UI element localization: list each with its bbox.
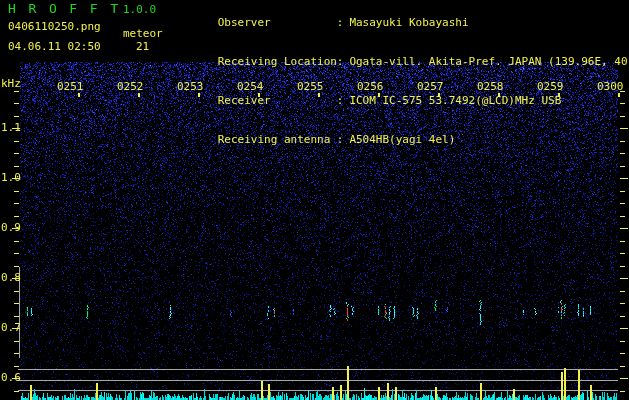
time-tick-label-0300: 0300: [597, 80, 624, 93]
time-tick-label-0257: 0257: [417, 80, 444, 93]
freq-tick-label-0.6: 0.6: [1, 371, 21, 384]
info-label: Observer: [218, 16, 337, 29]
info-row-observer: Observer:Masayuki Kobayashi: [178, 3, 629, 42]
time-tick-label-0258: 0258: [477, 80, 504, 93]
time-tick-label-0255: 0255: [297, 80, 324, 93]
info-row-location: Receiving Location:Ogata-vill. Akita-Pre…: [178, 42, 629, 81]
time-tick-label-0253: 0253: [177, 80, 204, 93]
output-filename: 0406110250.png: [8, 20, 101, 33]
time-tick-label-0259: 0259: [537, 80, 564, 93]
info-row-antenna: Receiving antenna:A504HB(yagi 4el): [178, 120, 629, 159]
timestamp: 04.06.11 02:50: [8, 40, 101, 53]
info-value: A504HB(yagi 4el): [343, 133, 455, 146]
mode-label: meteor: [123, 27, 163, 40]
info-value: Masayuki Kobayashi: [343, 16, 468, 29]
time-tick-label-0256: 0256: [357, 80, 384, 93]
freq-tick-label-1.1: 1.1: [1, 121, 21, 134]
info-label: Receiver: [218, 94, 337, 107]
app-version: 1.0.0: [123, 3, 156, 16]
info-value: Ogata-vill. Akita-Pref. JAPAN (139.96E, …: [343, 55, 629, 68]
freq-tick-label-0.8: 0.8: [1, 271, 21, 284]
time-tick-label-0251: 0251: [57, 80, 84, 93]
info-label: Receiving antenna: [218, 133, 337, 146]
hrofft-window: H R O F F T 1.0.0 0406110250.png meteor …: [0, 0, 629, 400]
time-tick-label-0252: 0252: [117, 80, 144, 93]
time-tick-label-0254: 0254: [237, 80, 264, 93]
meteor-count: 21: [136, 40, 149, 53]
freq-axis-unit: kHz: [1, 77, 21, 90]
app-title: H R O F F T: [8, 1, 121, 16]
freq-tick-label-0.7: 0.7: [1, 321, 21, 334]
info-label: Receiving Location: [218, 55, 337, 68]
freq-tick-label-1.0: 1.0: [1, 171, 21, 184]
info-value: ICOM IC-575 53.7492(@LCD)MHz USB: [343, 94, 561, 107]
freq-tick-label-0.9: 0.9: [1, 221, 21, 234]
